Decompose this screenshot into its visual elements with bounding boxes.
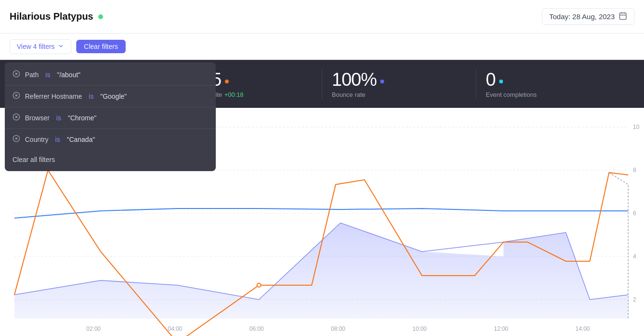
chevron-down-icon bbox=[58, 43, 64, 51]
stat-events-label: Event completions bbox=[486, 91, 537, 98]
remove-filter-icon-browser[interactable] bbox=[12, 113, 20, 123]
stat-events-top: 0 bbox=[486, 70, 620, 90]
site-status-dot bbox=[98, 14, 103, 19]
y-label-2: 2 bbox=[633, 296, 636, 303]
filter-value-referrer: "Google" bbox=[100, 93, 127, 100]
y-label-4: 4 bbox=[633, 253, 636, 260]
x-label-0200: 02:00 bbox=[86, 325, 101, 332]
remove-filter-icon-referrer[interactable] bbox=[12, 92, 20, 101]
filter-operator-path: is bbox=[46, 71, 50, 79]
site-name-container: Hilarious Platypus bbox=[10, 11, 103, 22]
filter-key-path: Path bbox=[25, 71, 39, 79]
filter-operator-country: is bbox=[55, 136, 60, 143]
date-label: Today: 28 Aug, 2023 bbox=[549, 12, 615, 21]
clear-all-filters-button[interactable]: Clear all filters bbox=[5, 150, 216, 169]
stat-bounce-bottom: Bounce rate bbox=[332, 90, 466, 99]
svg-rect-0 bbox=[620, 13, 626, 20]
filter-key-referrer: Referrer Hostname bbox=[25, 93, 82, 100]
y-label-8: 8 bbox=[633, 167, 636, 174]
view-filters-button[interactable]: View 4 filters bbox=[10, 39, 71, 54]
x-label-1400: 14:00 bbox=[575, 325, 590, 332]
filter-item-referrer[interactable]: Referrer Hostname is "Google" bbox=[5, 86, 216, 107]
x-label-0400: 04:00 bbox=[168, 325, 182, 332]
filter-item-browser[interactable]: Browser is "Chrome" bbox=[5, 107, 216, 129]
filter-operator-referrer: is bbox=[89, 93, 94, 100]
stat-bounce-top: 100% bbox=[332, 70, 466, 90]
x-label-1000: 10:00 bbox=[412, 325, 427, 332]
filter-item-country[interactable]: Country is "Canada" bbox=[5, 129, 216, 150]
filter-value-country: "Canada" bbox=[67, 136, 95, 143]
stat-bounce-label: Bounce rate bbox=[332, 91, 365, 98]
stat-bounce-value: 100% bbox=[332, 70, 376, 90]
remove-filter-icon-path[interactable] bbox=[12, 70, 20, 80]
toolbar: View 4 filters Clear filters bbox=[0, 34, 644, 60]
clear-filters-button[interactable]: Clear filters bbox=[76, 40, 126, 53]
x-label-1200: 12:00 bbox=[494, 325, 508, 332]
remove-filter-icon-country[interactable] bbox=[12, 135, 20, 144]
view-filters-label: View 4 filters bbox=[17, 43, 55, 50]
stat-events-value: 0 bbox=[486, 70, 495, 90]
stat-bounce: 100% Bounce rate bbox=[322, 70, 476, 99]
site-name-label: Hilarious Platypus bbox=[10, 11, 94, 22]
filter-value-path: "/about" bbox=[57, 71, 81, 79]
stat-events-bottom: Event completions bbox=[486, 90, 620, 99]
stat-avg-time-dot bbox=[225, 80, 229, 83]
stat-bounce-dot bbox=[380, 80, 384, 83]
y-label-6: 6 bbox=[633, 210, 636, 217]
date-display[interactable]: Today: 28 Aug, 2023 bbox=[542, 8, 634, 25]
filter-value-browser: "Chrome" bbox=[68, 114, 96, 122]
filter-operator-browser: is bbox=[56, 114, 61, 122]
y-label-10: 10 bbox=[633, 124, 640, 130]
header: Hilarious Platypus Today: 28 Aug, 2023 bbox=[0, 0, 644, 34]
filter-key-browser: Browser bbox=[25, 114, 49, 122]
filter-key-country: Country bbox=[25, 136, 48, 143]
stat-avg-time-change: +00:18 bbox=[224, 91, 244, 98]
filter-item-path[interactable]: Path is "/about" bbox=[5, 64, 216, 86]
stat-events: 0 Event completions bbox=[476, 70, 630, 99]
filter-dropdown: Path is "/about" Referrer Hostname is "G… bbox=[5, 62, 216, 171]
x-label-0800: 08:00 bbox=[331, 325, 345, 332]
chart-orange-dot bbox=[257, 283, 261, 287]
x-label-0600: 06:00 bbox=[249, 325, 264, 332]
stat-events-dot bbox=[499, 80, 503, 83]
calendar-icon bbox=[619, 12, 627, 22]
